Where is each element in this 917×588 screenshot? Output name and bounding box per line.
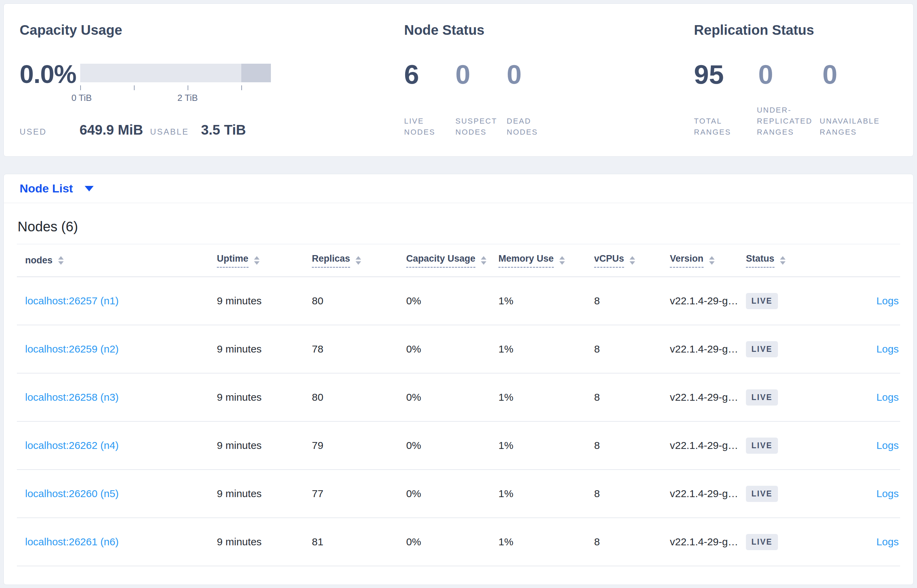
logs-link[interactable]: Logs xyxy=(877,391,899,403)
sort-icon[interactable] xyxy=(254,256,260,265)
node-list-card: Node List Nodes (6) nodes Uptime xyxy=(3,174,914,585)
sort-icon[interactable] xyxy=(709,256,715,265)
sort-icon[interactable] xyxy=(355,256,361,265)
memory-use-cell: 1% xyxy=(499,422,594,470)
sort-icon[interactable] xyxy=(630,256,635,265)
column-header-memory-use[interactable]: Memory Use xyxy=(499,244,594,277)
replicas-cell: 80 xyxy=(312,373,406,422)
memory-use-cell: 1% xyxy=(499,373,594,422)
memory-use-cell: 1% xyxy=(499,277,594,325)
vcpus-cell: 8 xyxy=(594,470,670,518)
node-list-selector[interactable]: Node List xyxy=(19,182,94,195)
uptime-cell: 9 minutes xyxy=(217,470,312,518)
column-header-vcpus[interactable]: vCPUs xyxy=(594,244,670,277)
replicas-cell: 79 xyxy=(312,422,406,470)
under-replicated-ranges-value: 0 xyxy=(758,61,823,88)
logs-link[interactable]: Logs xyxy=(877,488,899,499)
version-cell: v22.1.4-29-g… xyxy=(670,373,746,422)
memory-use-cell: 1% xyxy=(499,470,594,518)
sort-icon[interactable] xyxy=(780,256,786,265)
sort-icon[interactable] xyxy=(481,256,486,265)
table-row: localhost:26261 (n6) 9 minutes 81 0% 1% … xyxy=(17,518,900,566)
total-ranges-label: TOTAL RANGES xyxy=(694,116,757,138)
replicas-cell: 77 xyxy=(312,470,406,518)
nodes-table-panel: Nodes (6) nodes Uptime R xyxy=(4,218,913,566)
node-address-link[interactable]: localhost:26261 (n6) xyxy=(25,536,119,548)
capacity-usage-cell: 0% xyxy=(406,470,499,518)
logs-link[interactable]: Logs xyxy=(877,536,899,548)
logs-link[interactable]: Logs xyxy=(877,295,899,306)
unavailable-ranges-value: 0 xyxy=(822,61,887,88)
status-badge: LIVE xyxy=(746,293,778,309)
sort-icon[interactable] xyxy=(58,256,64,265)
status-badge: LIVE xyxy=(746,341,778,357)
column-header-capacity-usage[interactable]: Capacity Usage xyxy=(406,244,499,277)
memory-use-cell: 1% xyxy=(499,325,594,373)
node-address-link[interactable]: localhost:26257 (n1) xyxy=(25,295,119,306)
replicas-cell: 81 xyxy=(312,518,406,566)
status-badge: LIVE xyxy=(746,486,778,502)
chevron-down-icon xyxy=(85,186,94,191)
node-address-link[interactable]: localhost:26259 (n2) xyxy=(25,343,119,355)
vcpus-cell: 8 xyxy=(594,518,670,566)
live-nodes-value: 6 xyxy=(404,61,455,88)
status-badge: LIVE xyxy=(746,389,778,405)
vcpus-cell: 8 xyxy=(594,325,670,373)
table-row: localhost:26257 (n1) 9 minutes 80 0% 1% … xyxy=(17,277,900,325)
version-cell: v22.1.4-29-g… xyxy=(670,470,746,518)
version-cell: v22.1.4-29-g… xyxy=(670,422,746,470)
table-row: localhost:26260 (n5) 9 minutes 77 0% 1% … xyxy=(17,470,900,518)
memory-use-cell: 1% xyxy=(499,518,594,566)
uptime-cell: 9 minutes xyxy=(217,422,312,470)
gauge-tick-label: 0 TiB xyxy=(71,93,92,103)
under-replicated-ranges-label: UNDER-REPLICATED RANGES xyxy=(757,105,820,138)
node-status-title: Node Status xyxy=(404,21,566,39)
node-address-link[interactable]: localhost:26258 (n3) xyxy=(25,391,119,403)
vcpus-cell: 8 xyxy=(594,422,670,470)
version-cell: v22.1.4-29-g… xyxy=(670,325,746,373)
capacity-usage-cell: 0% xyxy=(406,277,499,325)
view-selector-bar: Node List xyxy=(4,174,913,203)
capacity-usage-cell: 0% xyxy=(406,373,499,422)
column-header-logs xyxy=(826,244,900,277)
column-header-uptime[interactable]: Uptime xyxy=(217,244,312,277)
capacity-usage-title: Capacity Usage xyxy=(19,21,271,39)
status-badge: LIVE xyxy=(746,534,778,550)
gauge-tick xyxy=(241,86,242,90)
nodes-table: nodes Uptime Replicas Capacity Usage xyxy=(17,244,900,566)
capacity-usage-section: Capacity Usage 0.0% 0 TiB 2 TiB USED 649… xyxy=(19,21,271,138)
status-badge: LIVE xyxy=(746,438,778,454)
usable-value: 3.5 TiB xyxy=(201,122,246,138)
uptime-cell: 9 minutes xyxy=(217,325,312,373)
nodes-table-title: Nodes (6) xyxy=(18,218,900,235)
gauge-tick-label: 2 TiB xyxy=(177,93,198,103)
replicas-cell: 80 xyxy=(312,277,406,325)
gauge-tick xyxy=(134,86,135,90)
gauge-tick xyxy=(187,86,188,90)
table-row: localhost:26262 (n4) 9 minutes 79 0% 1% … xyxy=(17,422,900,470)
column-header-nodes[interactable]: nodes xyxy=(17,244,217,277)
dead-nodes-value: 0 xyxy=(507,61,558,88)
capacity-gauge-axis: 0 TiB 2 TiB xyxy=(80,82,271,103)
column-header-status[interactable]: Status xyxy=(746,244,826,277)
suspect-nodes-value: 0 xyxy=(455,61,507,88)
version-cell: v22.1.4-29-g… xyxy=(670,518,746,566)
column-header-replicas[interactable]: Replicas xyxy=(312,244,406,277)
logs-link[interactable]: Logs xyxy=(877,343,899,355)
logs-link[interactable]: Logs xyxy=(877,439,899,451)
capacity-gauge-secondary-segment xyxy=(241,64,271,82)
suspect-nodes-label: SUSPECT NODES xyxy=(455,116,507,138)
node-list-selector-label: Node List xyxy=(19,182,73,195)
capacity-usage-cell: 0% xyxy=(406,518,499,566)
cluster-summary-card: Capacity Usage 0.0% 0 TiB 2 TiB USED 649… xyxy=(3,3,914,157)
replicas-cell: 78 xyxy=(312,325,406,373)
column-header-version[interactable]: Version xyxy=(670,244,746,277)
node-address-link[interactable]: localhost:26260 (n5) xyxy=(25,488,119,499)
capacity-percent: 0.0% xyxy=(19,61,80,87)
uptime-cell: 9 minutes xyxy=(217,373,312,422)
node-address-link[interactable]: localhost:26262 (n4) xyxy=(25,439,119,451)
capacity-usage-cell: 0% xyxy=(406,325,499,373)
sort-icon[interactable] xyxy=(559,256,565,265)
table-row: localhost:26259 (n2) 9 minutes 78 0% 1% … xyxy=(17,325,900,373)
live-nodes-label: LIVE NODES xyxy=(404,116,455,138)
